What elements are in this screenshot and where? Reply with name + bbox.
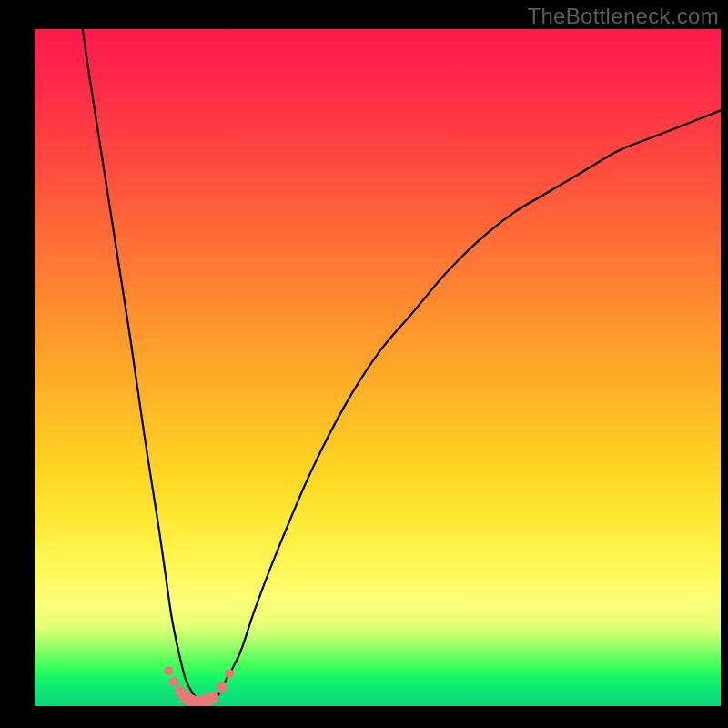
chart-frame: TheBottleneck.com [0, 0, 728, 728]
watermark-text: TheBottleneck.com [527, 4, 719, 29]
plot-area [35, 29, 721, 706]
marker-layer [164, 666, 234, 706]
data-marker [217, 682, 228, 693]
data-marker [164, 666, 173, 675]
chart-svg [35, 29, 721, 706]
bottleneck-curve [83, 29, 721, 703]
data-marker [169, 677, 179, 687]
data-marker [225, 669, 234, 678]
curve-layer [83, 29, 721, 703]
data-marker [207, 692, 219, 703]
